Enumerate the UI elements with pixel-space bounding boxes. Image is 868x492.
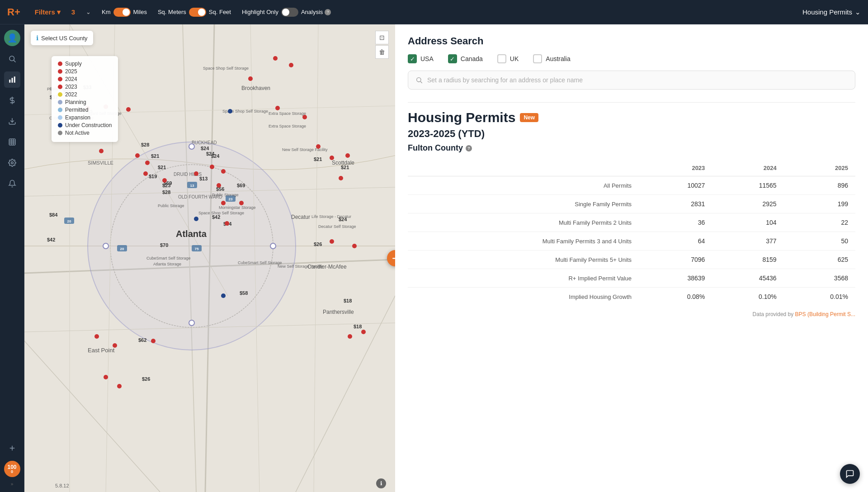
usa-checkbox[interactable]: ✓ <box>408 54 417 63</box>
cell-2025: 50 <box>784 232 855 251</box>
sq-meters-label: Sq. Meters <box>158 9 186 15</box>
housing-permits-dropdown[interactable]: Housing Permits ⌄ <box>802 8 861 16</box>
svg-text:Panthersville: Panthersville <box>323 309 354 315</box>
sqm-sqft-toggle-group: Sq. Meters Sq. Feet <box>158 8 231 17</box>
svg-text:CubeSmart Self Storage: CubeSmart Self Storage <box>238 260 282 265</box>
uk-checkbox[interactable] <box>497 54 506 63</box>
svg-rect-4 <box>14 76 15 83</box>
select-county-button[interactable]: ℹ Select US County <box>31 31 93 45</box>
cell-2025: 896 <box>784 176 855 195</box>
svg-text:Public Storage: Public Storage <box>158 203 184 208</box>
country-check-uk[interactable]: UK <box>497 54 519 63</box>
top-navigation: R+ Filters ▾ 3 ⌄ Km Miles Sq. Meters Sq.… <box>0 0 868 24</box>
address-search-placeholder: Set a radius by searching for an address… <box>427 76 583 84</box>
svg-text:New Self Storage Facility: New Self Storage Facility <box>278 264 323 269</box>
miles-label: Miles <box>133 9 147 15</box>
table-row: Multi Family Permits 3 and 4 Units643775… <box>408 232 855 251</box>
score-badge: 100 0 <box>4 461 20 477</box>
section-divider <box>408 102 855 103</box>
search-icon <box>415 76 423 84</box>
sidebar-item-plus[interactable] <box>4 440 20 456</box>
map-rectangle-tool[interactable]: ⊡ <box>375 31 389 44</box>
address-search-input-wrap[interactable]: Set a radius by searching for an address… <box>408 71 855 90</box>
row-label: Multi Family Permits 3 and 4 Units <box>408 232 641 251</box>
svg-text:Decatur: Decatur <box>291 214 310 220</box>
svg-text:$42: $42 <box>47 237 55 242</box>
svg-point-141 <box>103 243 108 249</box>
highlight-only-label: Highlight Only <box>242 9 278 15</box>
toggle-knob-3 <box>282 9 289 16</box>
country-check-usa[interactable]: ✓ USA <box>408 54 434 63</box>
svg-point-132 <box>348 334 352 339</box>
logo: R+ <box>7 6 20 18</box>
sidebar-item-bell[interactable] <box>4 175 20 192</box>
sidebar-avatar[interactable]: 👤 <box>4 30 20 46</box>
svg-point-111 <box>143 171 148 176</box>
svg-text:Extra Space Storage: Extra Space Storage <box>269 111 306 116</box>
data-source-link[interactable]: BPS (Building Permit S... <box>795 311 855 317</box>
table-row: Single Family Permits28312925199 <box>408 195 855 213</box>
toggle-knob <box>123 9 130 16</box>
cell-2024: 2925 <box>712 195 783 213</box>
sidebar-item-settings[interactable] <box>4 155 20 171</box>
map-delete-tool[interactable]: 🗑 <box>375 45 389 59</box>
svg-point-122 <box>289 63 293 67</box>
svg-point-140 <box>221 293 226 298</box>
svg-text:$21: $21 <box>151 153 159 159</box>
cell-2023: 36 <box>641 213 712 232</box>
canada-checkbox[interactable]: ✓ <box>448 54 457 63</box>
county-info-icon[interactable]: ? <box>466 145 472 151</box>
svg-point-109 <box>135 153 140 158</box>
permits-title-row: Housing Permits New <box>408 110 855 125</box>
km-label: Km <box>102 9 111 15</box>
country-check-canada[interactable]: ✓ Canada <box>448 54 483 63</box>
analysis-info-icon[interactable]: ? <box>325 9 331 15</box>
km-miles-toggle[interactable] <box>113 8 131 17</box>
svg-point-127 <box>339 176 343 180</box>
sqm-sqft-toggle[interactable] <box>189 8 206 17</box>
svg-text:$69: $69 <box>237 183 245 188</box>
svg-point-114 <box>210 165 214 169</box>
svg-text:$19: $19 <box>149 174 157 179</box>
table-row: R+ Implied Permit Value38639454363568 <box>408 269 855 288</box>
table-row: Multi Family Permits 2 Units3610422 <box>408 213 855 232</box>
cell-2023: 10027 <box>641 176 712 195</box>
row-label: Multi Family Permits 5+ Units <box>408 251 641 269</box>
svg-text:$18: $18 <box>344 298 352 303</box>
sidebar-item-table[interactable] <box>4 134 20 150</box>
cell-2024: 0.10% <box>712 288 783 306</box>
svg-text:$62: $62 <box>138 337 146 343</box>
permits-title: Housing Permits <box>408 110 515 125</box>
svg-point-139 <box>194 217 198 221</box>
svg-text:BUCKHEAD: BUCKHEAD <box>192 140 217 145</box>
sidebar-item-search[interactable] <box>4 51 20 67</box>
sidebar-item-download[interactable] <box>4 113 20 129</box>
analysis-label: Analysis ? <box>301 9 331 15</box>
row-label: Single Family Permits <box>408 195 641 213</box>
map-info-button[interactable]: ℹ <box>376 478 386 488</box>
country-checkboxes: ✓ USA ✓ Canada UK Australia <box>408 54 855 63</box>
sidebar-expand-arrows[interactable]: » <box>11 482 14 487</box>
sidebar-item-chart[interactable] <box>4 71 20 88</box>
info-icon: ℹ <box>36 34 38 42</box>
filter-count-chevron[interactable]: ⌄ <box>86 9 91 15</box>
filter-count: 3 <box>71 8 75 16</box>
svg-point-126 <box>330 156 334 160</box>
country-check-australia[interactable]: Australia <box>533 54 570 63</box>
filters-button[interactable]: Filters ▾ <box>35 8 61 16</box>
svg-point-12 <box>11 162 13 164</box>
housing-permits-section: Housing Permits New 2023-2025 (YTD) Fult… <box>408 110 855 317</box>
svg-point-116 <box>217 183 221 188</box>
australia-checkbox[interactable] <box>533 54 542 63</box>
col-header-2023: 2023 <box>641 160 712 176</box>
map-area[interactable]: 20 20 75 13 23 Atlanta Brookhaven Scottd… <box>24 24 395 492</box>
chat-bubble[interactable] <box>840 464 860 484</box>
svg-point-136 <box>104 375 108 379</box>
sidebar-item-dollar[interactable] <box>4 92 20 109</box>
svg-point-129 <box>330 239 334 244</box>
cell-2024: 377 <box>712 232 783 251</box>
highlight-only-toggle[interactable] <box>281 8 298 17</box>
svg-text:Atlanta Storage: Atlanta Storage <box>153 262 181 266</box>
svg-point-133 <box>94 334 99 339</box>
cell-2024: 104 <box>712 213 783 232</box>
